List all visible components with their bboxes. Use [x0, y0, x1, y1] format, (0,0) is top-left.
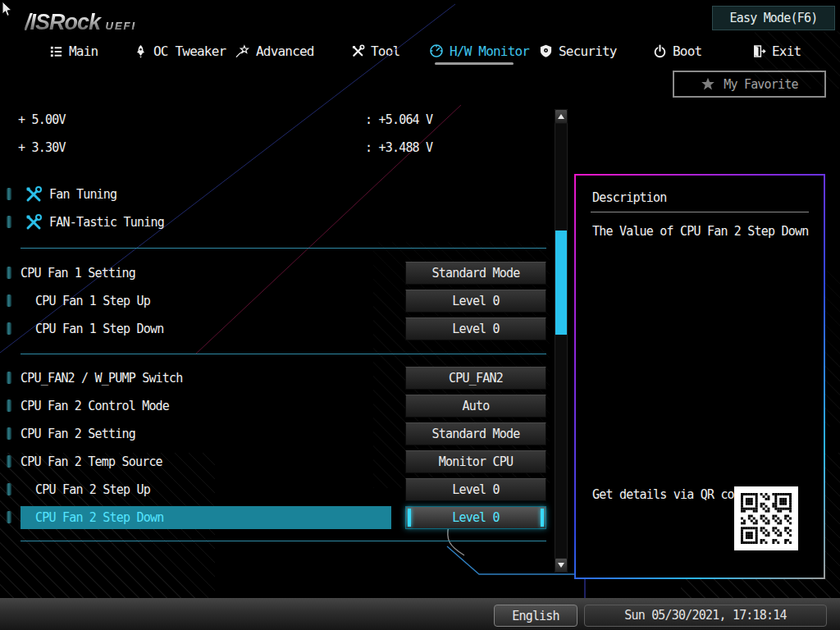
scrollbar[interactable]	[555, 109, 568, 573]
scroll-up-button[interactable]	[555, 109, 568, 124]
fantastic-tuning-label: FAN-Tastic Tuning	[49, 212, 164, 233]
qr-caption: Get details via QR code	[592, 486, 748, 504]
tab-oc-tweaker[interactable]: OC Tweaker	[134, 41, 226, 61]
voltage-value: : +5.064 V	[365, 112, 432, 128]
rocket-icon	[134, 44, 148, 58]
tab-label: H/W Monitor	[450, 43, 529, 59]
tab-boot[interactable]: Boot	[653, 41, 701, 61]
easy-mode-button[interactable]: Easy Mode(F6)	[712, 6, 835, 30]
qr-code	[734, 486, 798, 550]
tools-icon	[351, 44, 365, 58]
datetime-display: Sun 05/30/2021, 17:18:14	[584, 605, 827, 627]
power-icon	[653, 44, 667, 58]
tab-label: Advanced	[256, 43, 314, 59]
row-marker	[7, 399, 11, 412]
setting-value-button[interactable]: Standard Mode	[405, 262, 546, 285]
fan-tuning-label: Fan Tuning	[49, 184, 116, 205]
arrow-up-icon	[558, 114, 564, 119]
description-panel-body: Description The Value of CPU Fan 2 Step …	[576, 176, 824, 578]
my-favorite-button[interactable]: My Favorite	[673, 71, 826, 98]
tab-label: Tool	[371, 43, 399, 59]
voltage-label: + 3.30V	[18, 139, 66, 156]
setting-label: CPU Fan 2 Step Down	[35, 506, 163, 529]
tab-label: Boot	[673, 43, 701, 59]
setting-row-cpu-fan1-step-down[interactable]: CPU Fan 1 Step Down Level 0	[0, 317, 550, 340]
setting-label: CPU Fan 2 Step Up	[35, 478, 150, 501]
language-button[interactable]: English	[494, 605, 578, 627]
voltage-row: + 3.30V : +3.488 V	[0, 139, 550, 156]
row-marker	[7, 483, 11, 495]
tab-label: Security	[559, 43, 617, 59]
setting-value-button[interactable]: CPU_FAN2	[405, 367, 546, 390]
setting-value-button[interactable]: Standard Mode	[405, 422, 546, 445]
divider	[21, 354, 546, 354]
setting-row-cpu-fan2-step-up[interactable]: CPU Fan 2 Step Up Level 0	[0, 478, 550, 501]
setting-value-button[interactable]: Monitor CPU	[405, 450, 546, 473]
description-title: Description	[592, 190, 667, 205]
list-icon	[49, 44, 63, 58]
fantastic-tuning-item[interactable]: FAN-Tastic Tuning	[0, 212, 550, 233]
setting-value-button[interactable]: Level 0	[405, 317, 546, 340]
fan-tuning-item[interactable]: Fan Tuning	[0, 184, 550, 205]
scrollbar-thumb[interactable]	[555, 231, 567, 335]
uefi-label: UEFI	[106, 20, 137, 32]
row-marker	[7, 427, 11, 440]
tab-security[interactable]: Security	[539, 41, 617, 61]
setting-value-button[interactable]: Level 0	[405, 506, 546, 529]
setting-row-cpu-fan2-temp-source[interactable]: CPU Fan 2 Temp Source Monitor CPU	[0, 450, 550, 473]
shield-icon	[539, 44, 553, 58]
arrow-down-icon	[558, 563, 564, 568]
tab-main[interactable]: Main	[49, 41, 98, 61]
star-wand-icon	[235, 44, 250, 58]
setting-label: CPU_FAN2 / W_PUMP Switch	[21, 367, 183, 390]
setting-value-button[interactable]: Level 0	[405, 478, 546, 501]
setting-label: CPU Fan 1 Step Down	[35, 317, 163, 340]
setting-value-button[interactable]: Auto	[405, 395, 546, 418]
setting-row-cpu-fan2-setting[interactable]: CPU Fan 2 Setting Standard Mode	[0, 422, 550, 445]
tab-tool[interactable]: Tool	[351, 41, 399, 61]
row-marker	[7, 455, 11, 468]
setting-label: CPU Fan 1 Step Up	[35, 290, 150, 313]
tab-label: Main	[69, 43, 98, 59]
setting-row-cpu-fan2-step-down-selected[interactable]: CPU Fan 2 Step Down Level 0	[0, 506, 550, 529]
tab-hw-monitor[interactable]: H/W Monitor	[429, 41, 529, 61]
my-favorite-label: My Favorite	[724, 77, 798, 92]
description-text: The Value of CPU Fan 2 Step Down	[592, 223, 814, 240]
setting-row-cpu-fan2-control-mode[interactable]: CPU Fan 2 Control Mode Auto	[0, 395, 550, 418]
scroll-down-button[interactable]	[555, 558, 568, 573]
setting-value-button[interactable]: Level 0	[405, 290, 546, 313]
row-marker	[7, 511, 11, 523]
row-marker	[7, 188, 11, 200]
gauge-icon	[429, 43, 444, 58]
voltage-label: + 5.00V	[18, 112, 66, 128]
setting-row-cpu-fan1-setting[interactable]: CPU Fan 1 Setting Standard Mode	[0, 262, 550, 285]
divider	[21, 248, 546, 249]
row-marker	[7, 216, 11, 228]
divider	[591, 212, 809, 212]
asrock-logo: /ISRock UEFI	[25, 10, 136, 35]
row-marker	[7, 267, 11, 279]
fan-tools-icon	[25, 213, 43, 231]
row-marker	[7, 294, 11, 307]
setting-row-cpu-fan1-step-up[interactable]: CPU Fan 1 Step Up Level 0	[0, 290, 550, 313]
exit-door-icon	[752, 44, 766, 58]
voltage-value: : +3.488 V	[365, 139, 432, 156]
mouse-cursor-icon	[2, 2, 13, 18]
tab-exit[interactable]: Exit	[752, 41, 801, 61]
setting-label: CPU Fan 2 Control Mode	[21, 395, 169, 418]
tab-label: Exit	[772, 43, 801, 59]
star-icon	[701, 77, 715, 91]
setting-label: CPU Fan 1 Setting	[21, 262, 135, 285]
fan-tools-icon	[25, 185, 43, 203]
uefi-screen: /ISRock UEFI Easy Mode(F6) Main OC Tweak…	[0, 0, 840, 630]
active-tab-underline	[435, 62, 514, 65]
description-panel: Description The Value of CPU Fan 2 Step …	[574, 174, 825, 579]
divider	[21, 541, 546, 541]
row-marker	[7, 372, 11, 384]
setting-row-cpu-fan2-switch[interactable]: CPU_FAN2 / W_PUMP Switch CPU_FAN2	[0, 367, 550, 390]
row-marker	[7, 322, 11, 335]
tab-advanced[interactable]: Advanced	[235, 41, 314, 61]
setting-label: CPU Fan 2 Setting	[21, 422, 135, 445]
voltage-row: + 5.00V : +5.064 V	[0, 112, 550, 128]
setting-label: CPU Fan 2 Temp Source	[21, 450, 162, 473]
